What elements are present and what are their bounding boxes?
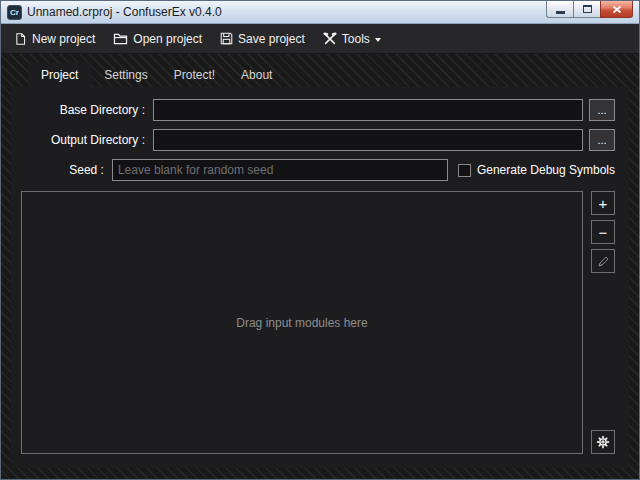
module-buttons-column: + − xyxy=(591,191,615,454)
minimize-button[interactable] xyxy=(546,1,573,18)
tools-icon xyxy=(323,32,337,46)
output-directory-label: Output Directory : xyxy=(21,133,145,147)
add-module-button[interactable]: + xyxy=(591,191,615,215)
tab-protect[interactable]: Protect! xyxy=(161,63,228,87)
module-area: Drag input modules here + − xyxy=(21,191,615,454)
close-button[interactable] xyxy=(600,1,633,18)
minimize-icon xyxy=(556,11,565,14)
remove-module-button[interactable]: − xyxy=(591,220,615,244)
titlebar[interactable]: Cr Unnamed.crproj - ConfuserEx v0.4.0 xyxy=(1,1,639,24)
dropzone-hint-text: Drag input modules here xyxy=(236,316,367,330)
generate-debug-symbols-label: Generate Debug Symbols xyxy=(477,163,615,177)
close-icon xyxy=(612,5,622,14)
seed-label: Seed : xyxy=(21,163,104,177)
output-directory-row: Output Directory : ... xyxy=(21,129,615,151)
app-icon: Cr xyxy=(7,5,22,20)
tools-label: Tools xyxy=(342,32,370,46)
tab-about[interactable]: About xyxy=(228,63,285,87)
save-icon xyxy=(220,32,233,45)
window-title: Unnamed.crproj - ConfuserEx v0.4.0 xyxy=(27,5,222,19)
maximize-button[interactable] xyxy=(573,1,600,18)
new-file-icon xyxy=(14,32,27,46)
seed-input[interactable] xyxy=(112,159,448,181)
settings-gear-button[interactable] xyxy=(591,430,615,454)
gear-icon xyxy=(596,435,610,449)
module-dropzone[interactable]: Drag input modules here xyxy=(21,191,583,454)
tab-strip: Project Settings Protect! About xyxy=(28,63,629,87)
tools-menu-button[interactable]: Tools xyxy=(314,27,390,51)
generate-debug-symbols-checkbox[interactable] xyxy=(458,164,471,177)
window-body: Project Settings Protect! About Base Dir… xyxy=(1,54,639,479)
tab-project[interactable]: Project xyxy=(28,63,91,87)
output-directory-input[interactable] xyxy=(153,129,583,151)
base-directory-label: Base Directory : xyxy=(21,103,145,117)
project-panel: Base Directory : ... Output Directory : … xyxy=(11,87,629,468)
maximize-icon xyxy=(583,5,592,13)
edit-module-button[interactable] xyxy=(591,249,615,273)
base-directory-input[interactable] xyxy=(153,99,583,121)
chevron-down-icon xyxy=(375,38,381,42)
window-controls xyxy=(546,1,633,18)
toolbar: New project Open project Save project xyxy=(1,24,639,54)
seed-row: Seed : Generate Debug Symbols xyxy=(21,159,615,181)
app-window: Cr Unnamed.crproj - ConfuserEx v0.4.0 xyxy=(0,0,640,480)
base-directory-row: Base Directory : ... xyxy=(21,99,615,121)
open-folder-icon xyxy=(113,32,128,45)
tab-settings[interactable]: Settings xyxy=(91,63,160,87)
edit-pencil-icon xyxy=(597,255,610,268)
new-project-label: New project xyxy=(32,32,95,46)
save-project-button[interactable]: Save project xyxy=(211,27,314,51)
new-project-button[interactable]: New project xyxy=(5,27,104,51)
open-project-button[interactable]: Open project xyxy=(104,27,211,51)
base-directory-browse-button[interactable]: ... xyxy=(589,99,615,121)
save-project-label: Save project xyxy=(238,32,305,46)
debug-symbols-group: Generate Debug Symbols xyxy=(458,163,615,177)
output-directory-browse-button[interactable]: ... xyxy=(589,129,615,151)
open-project-label: Open project xyxy=(133,32,202,46)
